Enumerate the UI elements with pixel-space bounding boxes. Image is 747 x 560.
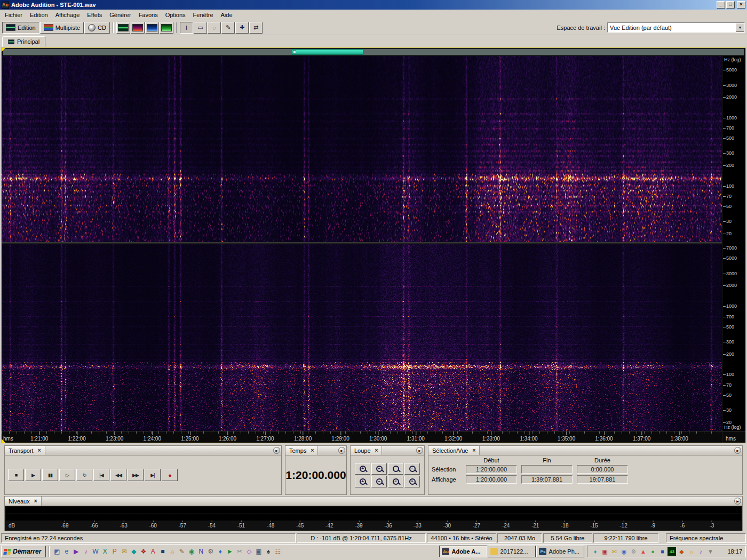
quick-launch-icon[interactable]: ♦ — [216, 547, 225, 556]
pause-button[interactable]: ▮▮ — [42, 469, 58, 481]
spectrogram-channel-left[interactable] — [2, 56, 722, 242]
tray-icon[interactable]: ■ — [658, 547, 666, 556]
quick-launch-icon[interactable]: N — [196, 547, 205, 556]
quick-launch-icon[interactable]: ❖ — [139, 547, 148, 556]
zoom-in-vertical-button[interactable]: + — [355, 476, 370, 487]
zoom-selection-left-edge-button[interactable]: « — [388, 476, 403, 487]
overview-scrollbar[interactable] — [3, 49, 744, 55]
maximize-button[interactable]: □ — [726, 1, 735, 9]
mode-button-cd[interactable]: CD — [84, 22, 110, 34]
overview-range-handle[interactable] — [293, 50, 296, 54]
spectral-frequency-display-button[interactable] — [131, 22, 145, 34]
zoom-selection-right-edge-button[interactable]: » — [404, 476, 420, 487]
quick-launch-icon[interactable]: ◇ — [244, 547, 253, 556]
tray-icon[interactable]: ▣ — [600, 547, 609, 556]
selection-duree-field[interactable]: 0:00.000 — [577, 465, 628, 474]
tray-icon[interactable]: ▼ — [706, 547, 714, 556]
play-looped-button[interactable]: ↻ — [76, 469, 92, 481]
menu-fenetre[interactable]: Fenêtre — [189, 11, 217, 19]
selection-fin-field[interactable] — [521, 465, 573, 474]
spectral-phase-display-button[interactable] — [160, 22, 173, 34]
tray-icon[interactable]: ◄ — [716, 547, 724, 556]
menu-aide[interactable]: Aide — [217, 11, 236, 19]
zoom-out-vertical-button[interactable]: − — [371, 476, 387, 487]
record-button[interactable]: ● — [162, 469, 178, 481]
mode-button-edition[interactable]: Edition — [2, 22, 39, 34]
waveform-display-button[interactable] — [116, 22, 130, 34]
task-button-2017122[interactable]: 2017122... — [488, 546, 536, 557]
zoom-out-horizontal-button[interactable]: − — [371, 463, 387, 475]
quick-launch-icon[interactable]: ♪ — [81, 547, 90, 556]
rewind-button[interactable]: ◀◀ — [110, 469, 126, 481]
tray-icon[interactable]: ◉ — [619, 547, 628, 556]
start-button[interactable]: Démarrer — [1, 546, 46, 557]
menu-generer[interactable]: Générer — [106, 11, 134, 19]
scrub-tool[interactable]: ⇄ — [249, 22, 263, 34]
panel-menu-button[interactable]: ▶ — [734, 498, 741, 505]
quick-launch-icon[interactable]: ☼ — [168, 547, 177, 556]
play-from-cursor-button[interactable]: ▷ — [59, 469, 75, 481]
quick-launch-icon[interactable]: ▣ — [254, 547, 263, 556]
menu-favoris[interactable]: Favoris — [135, 11, 162, 19]
quick-launch-icon[interactable]: ► — [225, 547, 234, 556]
quick-launch-icon[interactable]: ■ — [158, 547, 167, 556]
marquee-selection-tool[interactable]: ▭ — [194, 22, 207, 34]
quick-launch-icon[interactable]: ▶ — [71, 547, 81, 556]
go-to-end-button[interactable]: ▶| — [145, 469, 161, 481]
affichage-fin-field[interactable]: 1:39:07.881 — [521, 475, 573, 484]
fast-forward-button[interactable]: ▶▶ — [128, 469, 144, 481]
spot-healing-brush-tool[interactable]: ✚ — [235, 22, 249, 34]
quick-launch-icon[interactable]: ♠ — [264, 547, 273, 556]
timeline-ruler[interactable]: hms 1:21:001:22:001:23:001:24:001:25:001… — [2, 431, 745, 443]
affichage-duree-field[interactable]: 19:07.881 — [577, 475, 628, 484]
mode-button-multipiste[interactable]: Multipiste — [40, 22, 84, 34]
minimize-button[interactable]: _ — [717, 1, 725, 9]
task-button-adobe-a[interactable]: AuAdobe A... — [439, 546, 487, 557]
close-button[interactable]: × — [737, 1, 745, 9]
tray-icon[interactable]: ☼ — [687, 547, 695, 556]
menu-effets[interactable]: Effets — [83, 11, 106, 19]
selection-debut-field[interactable]: 1:20:00.000 — [466, 465, 517, 474]
quick-launch-icon[interactable]: ◩ — [52, 547, 61, 556]
tab-principal[interactable]: Principal — [2, 36, 45, 47]
quick-launch-icon[interactable]: ✂ — [235, 547, 244, 556]
close-icon[interactable]: × — [38, 447, 41, 453]
quick-launch-icon[interactable]: ☷ — [273, 547, 282, 556]
menu-affichage[interactable]: Affichage — [52, 11, 84, 19]
quick-launch-icon[interactable]: e — [62, 547, 71, 556]
quick-launch-icon[interactable]: X — [100, 547, 109, 556]
zoom-to-selection-button[interactable]: ▫ — [404, 463, 420, 475]
tray-icon[interactable]: ● — [648, 547, 657, 556]
quick-launch-icon[interactable]: ◆ — [129, 547, 138, 556]
affichage-debut-field[interactable]: 1:20:00.000 — [466, 475, 517, 484]
tray-icon[interactable]: ⚙ — [629, 547, 638, 556]
tray-icon[interactable]: ◆ — [677, 547, 686, 556]
menu-fichier[interactable]: Fichier — [1, 11, 26, 19]
spectrogram-channel-right[interactable] — [2, 244, 722, 431]
overview-view-range[interactable] — [292, 49, 363, 55]
tray-icon[interactable]: ▲ — [639, 547, 647, 556]
level-meter[interactable] — [6, 507, 741, 521]
time-selection-tool[interactable]: I — [180, 22, 193, 34]
tray-icon[interactable]: 43 — [667, 547, 676, 556]
stop-button[interactable]: ■ — [8, 469, 24, 481]
go-to-beginning-button[interactable]: |◀ — [93, 469, 109, 481]
close-icon[interactable]: × — [375, 447, 378, 453]
lasso-selection-tool[interactable]: ◌ — [208, 22, 221, 34]
spectral-pan-display-button[interactable] — [145, 22, 159, 34]
play-button[interactable]: ▶ — [25, 469, 41, 481]
zoom-in-horizontal-button[interactable]: + — [355, 463, 370, 475]
tray-icon[interactable]: ✉ — [610, 547, 618, 556]
panel-menu-button[interactable]: ▶ — [734, 447, 741, 454]
close-icon[interactable]: × — [472, 447, 475, 453]
workspace-dropdown[interactable]: Vue Edition (par défaut) ▼ — [607, 22, 745, 33]
close-icon[interactable]: × — [311, 447, 314, 453]
panel-menu-button[interactable]: ▶ — [273, 447, 280, 454]
menu-options[interactable]: Options — [162, 11, 189, 19]
quick-launch-icon[interactable]: ✎ — [177, 547, 186, 556]
quick-launch-icon[interactable]: ⚙ — [206, 547, 215, 556]
task-button-adobe-ph[interactable]: PsAdobe Ph... — [536, 546, 584, 557]
panel-menu-button[interactable]: ▶ — [416, 447, 423, 454]
quick-launch-icon[interactable]: P — [110, 547, 119, 556]
quick-launch-icon[interactable]: ◉ — [187, 547, 196, 556]
